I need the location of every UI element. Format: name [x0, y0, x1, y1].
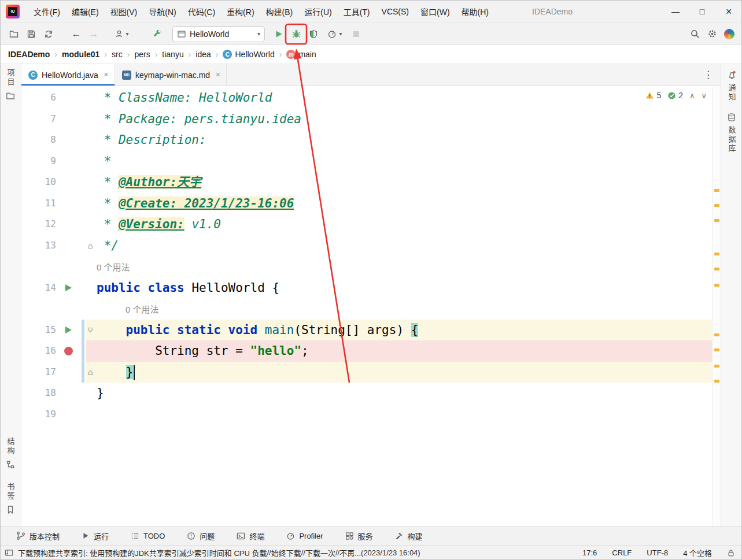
status-text: 下载预构建共享索引: 使用预构建的JDK共享索引减少索引时间和 CPU 负载 [18, 547, 267, 558]
usages-hint[interactable]: 0 个用法 [97, 262, 130, 272]
line-number [21, 298, 56, 320]
gutter: 8 [21, 129, 86, 151]
toolwindow-button-terminal[interactable]: 终端 [237, 531, 264, 542]
run-config-select[interactable]: HelloWorld ▾ [172, 26, 265, 42]
breadcrumb-item[interactable]: IDEADemo [8, 50, 50, 59]
search-everywhere-button[interactable] [686, 26, 703, 42]
fold-marker-icon[interactable]: ⌂ [88, 235, 93, 257]
usages-hint[interactable]: 0 个用法 [125, 305, 159, 314]
minimize-button[interactable]: — [662, 0, 689, 23]
file-encoding[interactable]: UTF-8 [647, 548, 668, 557]
toolwindow-button-database[interactable]: 数据库 [721, 113, 742, 154]
breakpoint-icon[interactable] [64, 347, 73, 355]
code-line: } [86, 383, 713, 404]
build-project-button[interactable] [149, 26, 165, 42]
idea-logo-icon: IU [6, 5, 20, 18]
code-line: public class HelloWorld { [86, 277, 713, 299]
sync-button[interactable] [40, 26, 57, 42]
forward-button[interactable]: → [86, 26, 102, 42]
status-right-widgets: 17:6 CRLF UTF-8 4 个空格 [582, 547, 735, 558]
breadcrumb-item[interactable]: CHelloWorld [223, 50, 274, 59]
run-button[interactable] [271, 26, 287, 42]
passed-count[interactable]: 2 [667, 91, 683, 100]
menu-item[interactable]: 运行(U) [298, 0, 337, 23]
menu-item[interactable]: 帮助(H) [456, 0, 494, 23]
warnings-count[interactable]: 5 [645, 91, 661, 100]
editor-tab[interactable]: MDkeymap-win-mac.md✕ [115, 64, 227, 86]
breadcrumb-item[interactable]: pers [134, 50, 150, 59]
stop-button[interactable] [348, 26, 364, 42]
status-action-link[interactable]: 不再... [339, 547, 361, 558]
menu-item[interactable]: 编辑(E) [66, 0, 105, 23]
menu-item[interactable]: VCS(S) [376, 0, 415, 23]
fold-marker-icon[interactable]: ⌂ [88, 320, 93, 341]
indent-setting[interactable]: 4 个空格 [683, 547, 712, 558]
java-class-icon: C [28, 71, 38, 80]
scrollbar-track[interactable] [712, 86, 721, 526]
toolwindow-button-notifications[interactable]: 通知 [721, 70, 742, 102]
menu-item[interactable]: 工具(T) [338, 0, 376, 23]
toolwindow-button-services[interactable]: 服务 [345, 531, 373, 542]
toolwindow-button-profiler[interactable]: Profiler [286, 532, 323, 540]
plugin-avatar-button[interactable] [721, 26, 737, 42]
debug-button[interactable] [288, 26, 304, 42]
folder-icon [6, 91, 15, 101]
caret-position[interactable]: 17:6 [582, 548, 597, 557]
menu-item[interactable]: 构建(B) [260, 0, 299, 23]
menu-item[interactable]: 代码(C) [182, 0, 221, 23]
close-button[interactable]: ✕ [715, 0, 742, 23]
breadcrumb-item[interactable]: tianyu [162, 50, 183, 59]
code-token: * [97, 196, 119, 210]
editor-tab[interactable]: CHelloWorld.java✕ [21, 64, 115, 86]
inspections-widget[interactable]: 5 2 ∧ ∨ [645, 91, 707, 100]
toolwindow-button-project[interactable]: 项目 [0, 69, 21, 101]
breadcrumb-item[interactable]: module01 [62, 50, 99, 59]
menu-item[interactable]: 导航(N) [143, 0, 182, 23]
toolwindow-button-run[interactable]: 运行 [82, 531, 109, 542]
toolwindow-button-bookmarks[interactable]: 书签 [0, 483, 21, 514]
toolwindow-button-structure[interactable]: 结构 [0, 437, 21, 469]
toolwindow-button-git[interactable]: 版本控制 [16, 531, 60, 542]
gutter: 15 [21, 320, 86, 341]
fold-marker-icon[interactable]: ⌂ [88, 362, 93, 383]
line-number: 19 [21, 404, 56, 425]
toolwindow-toggle-icon[interactable] [5, 548, 13, 557]
back-button[interactable]: ← [68, 26, 84, 42]
prev-problem-icon[interactable]: ∧ [689, 91, 695, 100]
toolwindow-button-problems[interactable]: 问题 [187, 531, 215, 542]
gutter-icons [56, 277, 80, 299]
status-action-link[interactable]: 下载一次 [305, 547, 335, 558]
run-line-icon[interactable] [65, 284, 72, 291]
tab-close-icon[interactable]: ✕ [215, 71, 220, 79]
menu-item[interactable]: 重构(R) [221, 0, 260, 23]
breadcrumb-item[interactable]: idea [195, 50, 211, 59]
code-row: 9 * [21, 151, 713, 172]
profiler-button[interactable]: ▾ [323, 26, 347, 42]
status-action-link[interactable]: 始终下载 [271, 547, 301, 558]
tab-options-icon[interactable]: ⋮ [696, 69, 721, 81]
run-line-icon[interactable] [65, 327, 72, 333]
code-line: * @Author:天宇 [86, 172, 713, 193]
menu-item[interactable]: 文件(F) [28, 0, 66, 23]
lock-icon[interactable] [727, 549, 735, 557]
code-editor[interactable]: 6 * ClassName: HelloWorld7 * Package: pe… [21, 86, 721, 526]
code-token: main [265, 323, 294, 337]
menu-item[interactable]: 视图(V) [105, 0, 143, 23]
line-number: 9 [21, 151, 56, 172]
next-problem-icon[interactable]: ∨ [701, 91, 707, 100]
maximize-button[interactable]: □ [689, 0, 715, 23]
breadcrumb-item[interactable]: mmain [286, 50, 316, 59]
profile-menu-button[interactable]: ▾ [111, 26, 133, 42]
problems-icon [187, 532, 195, 540]
breadcrumb-item[interactable]: src [112, 50, 123, 59]
save-all-button[interactable] [23, 26, 39, 42]
code-row: 11 * @Create: 2023/1/23-16:06 [21, 193, 713, 214]
open-project-button[interactable] [6, 26, 22, 42]
line-ending[interactable]: CRLF [612, 548, 632, 557]
run-with-coverage-button[interactable] [305, 26, 322, 42]
settings-button[interactable] [704, 26, 720, 42]
menu-item[interactable]: 窗口(W) [415, 0, 456, 23]
toolwindow-button-build[interactable]: 构建 [395, 531, 423, 542]
tab-close-icon[interactable]: ✕ [104, 71, 109, 79]
toolwindow-button-todo[interactable]: TODO [131, 532, 165, 540]
